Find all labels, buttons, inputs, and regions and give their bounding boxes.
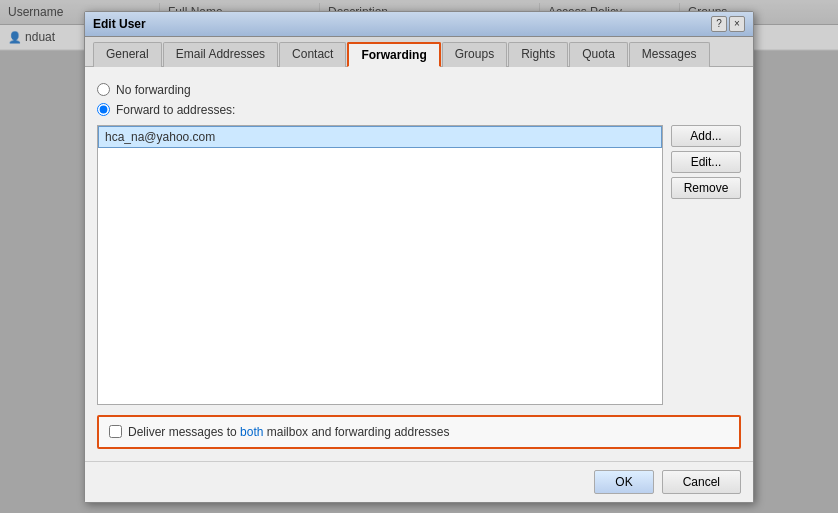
cancel-button[interactable]: Cancel (662, 470, 741, 494)
tab-email-addresses[interactable]: Email Addresses (163, 42, 278, 67)
deliver-section: Deliver messages to both mailbox and for… (97, 415, 741, 449)
tab-rights[interactable]: Rights (508, 42, 568, 67)
dialog-footer: OK Cancel (85, 461, 753, 502)
deliver-checkbox[interactable] (109, 425, 122, 438)
modal-overlay: Edit User ? × General Email Addresses Co… (0, 0, 838, 513)
no-forwarding-label: No forwarding (116, 83, 191, 97)
ok-button[interactable]: OK (594, 470, 653, 494)
list-item[interactable]: hca_na@yahoo.com (98, 126, 662, 148)
tabs-row: General Email Addresses Contact Forwardi… (85, 37, 753, 67)
dialog-titlebar: Edit User ? × (85, 12, 753, 37)
deliver-label: Deliver messages to both mailbox and for… (128, 425, 450, 439)
deliver-highlight: both (240, 425, 263, 439)
dialog-title-buttons: ? × (711, 16, 745, 32)
forward-to-radio[interactable] (97, 103, 110, 116)
tab-contact[interactable]: Contact (279, 42, 346, 67)
no-forwarding-option: No forwarding (97, 83, 741, 97)
add-button[interactable]: Add... (671, 125, 741, 147)
action-buttons: Add... Edit... Remove (671, 125, 741, 405)
tab-quota[interactable]: Quota (569, 42, 628, 67)
edit-button[interactable]: Edit... (671, 151, 741, 173)
tab-general[interactable]: General (93, 42, 162, 67)
no-forwarding-radio[interactable] (97, 83, 110, 96)
forward-section: hca_na@yahoo.com Add... Edit... Remove (97, 125, 741, 405)
tab-messages[interactable]: Messages (629, 42, 710, 67)
forward-to-option: Forward to addresses: (97, 103, 741, 117)
forward-to-label: Forward to addresses: (116, 103, 235, 117)
remove-button[interactable]: Remove (671, 177, 741, 199)
addresses-list[interactable]: hca_na@yahoo.com (97, 125, 663, 405)
close-button[interactable]: × (729, 16, 745, 32)
deliver-option: Deliver messages to both mailbox and for… (109, 425, 729, 439)
help-button[interactable]: ? (711, 16, 727, 32)
dialog-body: No forwarding Forward to addresses: hca_… (85, 67, 753, 461)
tab-groups[interactable]: Groups (442, 42, 507, 67)
edit-user-dialog: Edit User ? × General Email Addresses Co… (84, 11, 754, 503)
radio-group: No forwarding Forward to addresses: (97, 83, 741, 117)
tab-forwarding[interactable]: Forwarding (347, 42, 440, 67)
dialog-title: Edit User (93, 17, 146, 31)
